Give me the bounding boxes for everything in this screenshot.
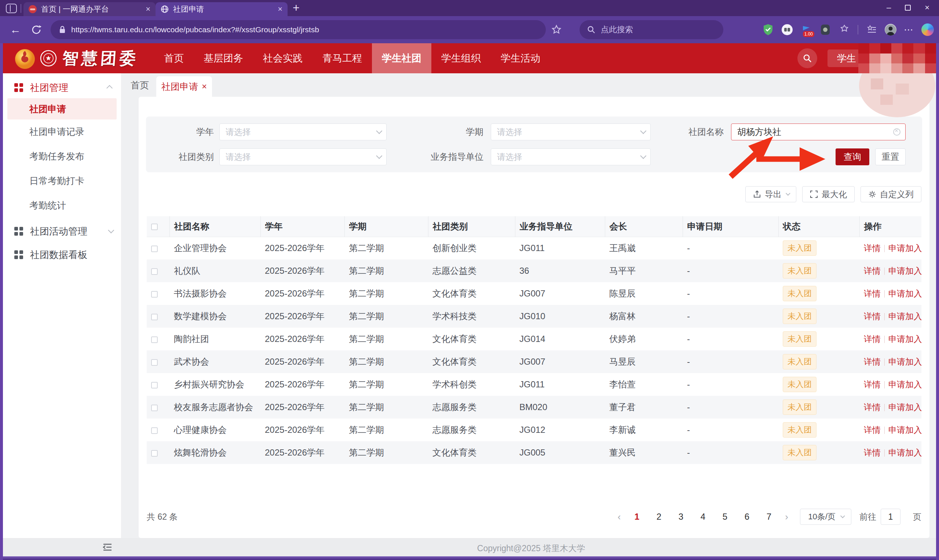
- table-row[interactable]: 心理健康协会 2025-2026学年 第二学期 志愿服务类 JG012 李新诚 …: [147, 418, 921, 441]
- refresh-button[interactable]: [31, 24, 45, 35]
- content-tab-home[interactable]: 首页: [131, 73, 149, 97]
- clear-input-icon[interactable]: [893, 128, 900, 135]
- sidebar-item-apply-records[interactable]: 社团申请记录: [3, 120, 121, 144]
- sidebar-item-attendance-task[interactable]: 考勤任务发布: [3, 144, 121, 169]
- detail-link[interactable]: 详情: [864, 357, 881, 366]
- page-number-5[interactable]: 5: [717, 512, 732, 522]
- query-button[interactable]: 查询: [836, 148, 869, 165]
- new-tab-button[interactable]: +: [293, 2, 300, 13]
- table-row[interactable]: 礼仪队 2025-2026学年 第二学期 志愿公益类 36 马平平 - 未入团 …: [147, 260, 921, 282]
- apply-link[interactable]: 申请加入: [888, 289, 921, 298]
- sidebar-group-club-activities[interactable]: 社团活动管理: [3, 223, 121, 240]
- unit-select[interactable]: 请选择: [491, 148, 651, 165]
- table-row[interactable]: 书法摄影协会 2025-2026学年 第二学期 文化体育类 JG007 陈昱辰 …: [147, 282, 921, 305]
- copilot-icon[interactable]: [921, 23, 934, 36]
- detail-link[interactable]: 详情: [864, 448, 881, 457]
- browser-tab-active[interactable]: 社团申请 ×: [156, 2, 288, 16]
- sidebar-item-attendance-stats[interactable]: 考勤统计: [3, 193, 121, 218]
- browser-split-icon[interactable]: [781, 24, 793, 35]
- row-checkbox[interactable]: [151, 405, 158, 411]
- detail-link[interactable]: 详情: [864, 266, 881, 275]
- next-page-icon[interactable]: ›: [780, 511, 793, 523]
- collapse-sidebar-icon[interactable]: [102, 542, 113, 553]
- page-size-select[interactable]: 10条/页: [800, 509, 851, 525]
- shield-check-icon[interactable]: [762, 24, 774, 35]
- year-select[interactable]: 请选择: [219, 123, 387, 140]
- nav-item-student-activities[interactable]: 学生活动: [491, 43, 550, 73]
- sidebar-group-club-dashboard[interactable]: 社团数据看板: [3, 246, 121, 263]
- detail-link[interactable]: 详情: [864, 402, 881, 412]
- maximize-button[interactable]: 最大化: [802, 186, 855, 202]
- nav-item-social-practice[interactable]: 社会实践: [253, 43, 313, 73]
- nav-item-qingma[interactable]: 青马工程: [313, 43, 372, 73]
- detail-link[interactable]: 详情: [864, 334, 881, 344]
- detail-link[interactable]: 详情: [864, 380, 881, 389]
- window-maximize-button[interactable]: [905, 5, 911, 11]
- detail-link[interactable]: 详情: [864, 243, 881, 253]
- window-close-button[interactable]: ×: [925, 3, 930, 12]
- table-row[interactable]: 炫舞轮滑协会 2025-2026学年 第二学期 文化体育类 JG005 董兴民 …: [147, 441, 921, 464]
- row-checkbox[interactable]: [151, 268, 158, 275]
- tab-actions-icon[interactable]: [6, 4, 17, 13]
- row-checkbox[interactable]: [151, 450, 158, 457]
- export-button[interactable]: 导出: [745, 186, 796, 202]
- page-number-2[interactable]: 2: [651, 512, 666, 522]
- back-button[interactable]: ←: [8, 23, 23, 36]
- apply-link[interactable]: 申请加入: [888, 334, 921, 344]
- profile-avatar[interactable]: [885, 24, 896, 35]
- browser-tab-home[interactable]: 首页 | 一网通办平台 ×: [23, 2, 156, 16]
- row-checkbox[interactable]: [151, 337, 158, 343]
- row-checkbox[interactable]: [151, 291, 158, 298]
- apply-link[interactable]: 申请加入: [888, 402, 921, 412]
- select-all-checkbox[interactable]: [151, 223, 158, 230]
- detail-link[interactable]: 详情: [864, 312, 881, 321]
- page-number-4[interactable]: 4: [695, 512, 710, 522]
- row-checkbox[interactable]: [151, 382, 158, 388]
- tab-close-icon[interactable]: ×: [146, 5, 150, 13]
- page-number-1[interactable]: 1: [629, 512, 644, 522]
- nav-item-student-clubs[interactable]: 学生社团: [372, 43, 431, 73]
- detail-link[interactable]: 详情: [864, 289, 881, 298]
- tab-close-icon[interactable]: ×: [278, 5, 282, 13]
- row-checkbox[interactable]: [151, 246, 158, 252]
- nav-item-home[interactable]: 首页: [154, 43, 194, 73]
- club-name-input[interactable]: [731, 123, 906, 140]
- table-row[interactable]: 陶韵社团 2025-2026学年 第二学期 文化体育类 JG014 伏婷弟 - …: [147, 328, 921, 350]
- extensions-puzzle-icon[interactable]: [839, 24, 850, 35]
- prev-page-icon[interactable]: ‹: [612, 511, 626, 523]
- favorite-star-icon[interactable]: [551, 24, 562, 35]
- reset-button[interactable]: 重置: [875, 148, 906, 165]
- dark-extension-icon[interactable]: [819, 24, 831, 35]
- apply-link[interactable]: 申请加入: [888, 243, 921, 253]
- sidebar-item-club-apply[interactable]: 社团申请: [7, 98, 117, 120]
- wallet-extension-icon[interactable]: 1.00: [800, 24, 812, 35]
- table-row[interactable]: 企业管理协会 2025-2026学年 第二学期 创新创业类 JG011 王禹崴 …: [147, 237, 921, 260]
- nav-item-student-orgs[interactable]: 学生组织: [431, 43, 491, 73]
- table-row[interactable]: 武术协会 2025-2026学年 第二学期 文化体育类 JG007 马昱辰 - …: [147, 350, 921, 373]
- table-row[interactable]: 数学建模协会 2025-2026学年 第二学期 学术科技类 JG010 杨富林 …: [147, 305, 921, 328]
- tab-close-icon[interactable]: ×: [202, 82, 207, 92]
- address-bar[interactable]: https://twms.taru.edu.cn/lowcode/pubcas/…: [51, 20, 546, 39]
- custom-columns-button[interactable]: 自定义列: [860, 186, 921, 202]
- apply-link[interactable]: 申请加入: [888, 357, 921, 366]
- page-number-3[interactable]: 3: [674, 512, 688, 522]
- apply-link[interactable]: 申请加入: [888, 425, 921, 435]
- apply-link[interactable]: 申请加入: [888, 380, 921, 389]
- page-number-7[interactable]: 7: [762, 512, 776, 522]
- browser-menu-icon[interactable]: ⋯: [904, 24, 914, 35]
- category-select[interactable]: 请选择: [219, 148, 387, 165]
- sidebar-item-daily-checkin[interactable]: 日常考勤打卡: [3, 169, 121, 193]
- apply-link[interactable]: 申请加入: [888, 448, 921, 457]
- term-select[interactable]: 请选择: [491, 123, 651, 140]
- sidebar-group-club-management[interactable]: 社团管理: [3, 79, 121, 96]
- nav-item-grassroots[interactable]: 基层团务: [194, 43, 253, 73]
- window-minimize-button[interactable]: –: [887, 3, 891, 12]
- table-row[interactable]: 乡村振兴研究协会 2025-2026学年 第二学期 学术科创类 JG011 李怡…: [147, 373, 921, 396]
- goto-page-input[interactable]: [881, 509, 900, 525]
- content-tab-active[interactable]: 社团申请 ×: [156, 76, 212, 97]
- row-checkbox[interactable]: [151, 314, 158, 320]
- quick-search-box[interactable]: 点此搜索: [580, 20, 723, 39]
- row-checkbox[interactable]: [151, 359, 158, 366]
- apply-link[interactable]: 申请加入: [888, 266, 921, 275]
- nav-search-button[interactable]: [797, 48, 817, 68]
